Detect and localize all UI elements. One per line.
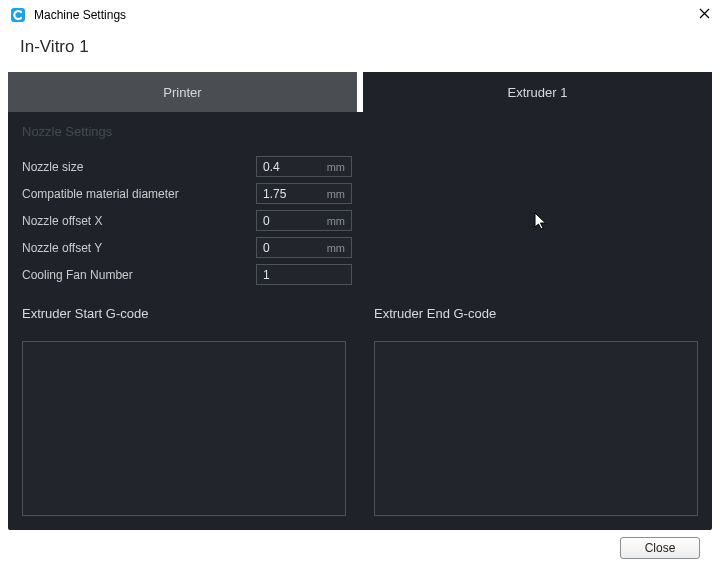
label-offset-x: Nozzle offset X [22, 214, 256, 228]
window-close-button[interactable] [699, 7, 710, 22]
row-offset-x: Nozzle offset X mm [22, 207, 352, 234]
nozzle-fields: Nozzle size mm Compatible material diame… [22, 153, 352, 288]
close-icon [699, 8, 710, 19]
gcode-end-column: Extruder End G-code [374, 306, 698, 516]
tab-bar: Printer Extruder 1 [8, 72, 712, 112]
row-fan-number: Cooling Fan Number [22, 261, 352, 288]
input-offset-x[interactable] [257, 211, 327, 230]
gcode-end-textarea[interactable] [375, 342, 697, 515]
dialog-footer: Close [620, 537, 700, 559]
gcode-end-label: Extruder End G-code [374, 306, 698, 321]
unit-mm: mm [327, 215, 351, 227]
label-material-diameter: Compatible material diameter [22, 187, 256, 201]
machine-name: In-Vitro 1 [0, 30, 720, 69]
app-logo-icon [10, 7, 26, 23]
input-nozzle-size[interactable] [257, 157, 327, 176]
title-bar: Machine Settings [0, 0, 720, 30]
input-wrap: mm [256, 237, 352, 258]
section-header: Nozzle Settings [22, 124, 698, 139]
unit-mm: mm [327, 242, 351, 254]
input-wrap: mm [256, 156, 352, 177]
close-button[interactable]: Close [620, 537, 700, 559]
input-offset-y[interactable] [257, 238, 327, 257]
tab-body: Nozzle Settings Nozzle size mm Compatibl… [8, 112, 712, 530]
unit-mm: mm [327, 161, 351, 173]
label-fan-number: Cooling Fan Number [22, 268, 256, 282]
input-wrap: mm [256, 183, 352, 204]
settings-panel: Printer Extruder 1 Nozzle Settings Nozzl… [8, 72, 712, 530]
input-fan-number[interactable] [257, 265, 345, 284]
gcode-start-box [22, 341, 346, 516]
label-offset-y: Nozzle offset Y [22, 241, 256, 255]
gcode-start-column: Extruder Start G-code [22, 306, 346, 516]
gcode-end-box [374, 341, 698, 516]
tab-printer[interactable]: Printer [8, 72, 357, 112]
input-wrap [256, 264, 352, 285]
row-nozzle-size: Nozzle size mm [22, 153, 352, 180]
gcode-row: Extruder Start G-code Extruder End G-cod… [22, 306, 698, 516]
window-title: Machine Settings [34, 8, 126, 22]
input-wrap: mm [256, 210, 352, 231]
row-material-diameter: Compatible material diameter mm [22, 180, 352, 207]
unit-mm: mm [327, 188, 351, 200]
row-offset-y: Nozzle offset Y mm [22, 234, 352, 261]
gcode-start-textarea[interactable] [23, 342, 345, 515]
label-nozzle-size: Nozzle size [22, 160, 256, 174]
input-material-diameter[interactable] [257, 184, 327, 203]
gcode-start-label: Extruder Start G-code [22, 306, 346, 321]
tab-extruder-1[interactable]: Extruder 1 [363, 72, 712, 112]
